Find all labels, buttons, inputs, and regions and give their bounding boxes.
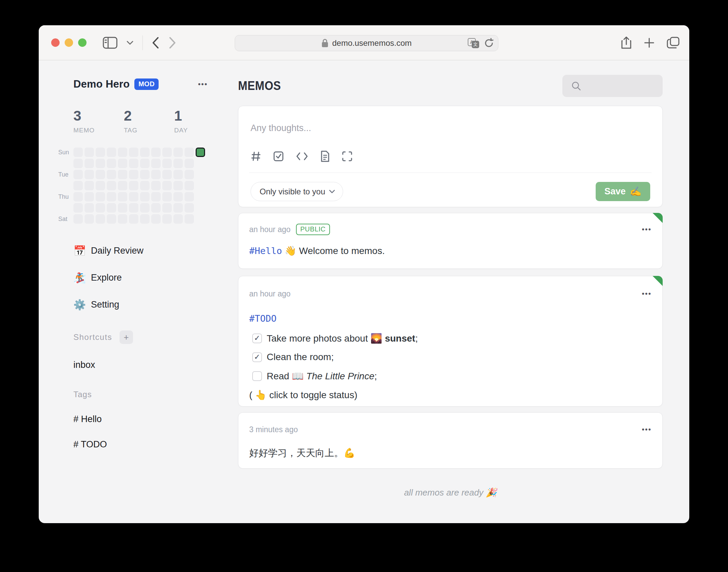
sidebar-toggle-icon[interactable] [103, 37, 118, 49]
heatmap-cell[interactable] [85, 192, 94, 201]
tag-item-hello[interactable]: # Hello [73, 414, 225, 424]
heatmap-cell[interactable] [85, 214, 94, 224]
heatmap-cell[interactable] [85, 181, 94, 190]
memo-menu-icon[interactable] [642, 289, 652, 298]
heatmap-cell[interactable] [185, 148, 194, 157]
checklist-icon[interactable] [273, 151, 284, 162]
heatmap-cell[interactable] [107, 214, 116, 224]
memo-menu-icon[interactable] [642, 225, 652, 234]
heatmap-cell[interactable] [173, 181, 183, 190]
task-checkbox[interactable] [252, 333, 262, 343]
heatmap-cell[interactable] [73, 192, 83, 201]
save-button[interactable]: Save ✍️ [596, 182, 650, 201]
new-tab-icon[interactable] [643, 37, 655, 49]
heatmap-cell[interactable] [185, 159, 194, 168]
address-bar[interactable]: demo.usememos.com A文 [235, 35, 498, 51]
heatmap-cell[interactable] [96, 148, 105, 157]
user-menu-icon[interactable] [198, 80, 208, 89]
heatmap-cell[interactable] [96, 159, 105, 168]
heatmap-cell[interactable] [107, 148, 116, 157]
sidebar-chevron-down-icon[interactable] [126, 40, 134, 45]
heatmap-cell[interactable] [73, 214, 83, 224]
heatmap-cell[interactable] [73, 203, 83, 213]
heatmap-cell[interactable] [140, 148, 150, 157]
heatmap-cell[interactable] [129, 181, 138, 190]
heatmap-cell[interactable] [140, 159, 150, 168]
heatmap-cell[interactable] [107, 159, 116, 168]
code-icon[interactable] [296, 151, 308, 161]
heatmap-cell[interactable] [73, 181, 83, 190]
heatmap-cell[interactable] [185, 170, 194, 179]
heatmap-cell[interactable] [129, 192, 138, 201]
heatmap-cell[interactable] [185, 203, 194, 213]
heatmap-cell[interactable] [151, 214, 161, 224]
heatmap-cell[interactable] [118, 159, 127, 168]
tag-item-todo[interactable]: # TODO [73, 439, 225, 450]
heatmap-cell[interactable] [173, 170, 183, 179]
reload-icon[interactable] [484, 38, 494, 48]
heatmap-cell[interactable] [118, 181, 127, 190]
heatmap-cell[interactable] [173, 214, 183, 224]
heatmap-cell[interactable] [140, 170, 150, 179]
tab-overview-icon[interactable] [666, 36, 680, 49]
search-input[interactable] [562, 75, 663, 97]
heatmap-cell[interactable] [118, 148, 127, 157]
heatmap-cell[interactable] [140, 181, 150, 190]
heatmap-cell[interactable] [85, 159, 94, 168]
task-checkbox[interactable] [252, 371, 262, 381]
zoom-window-button[interactable] [78, 38, 87, 47]
heatmap-cell[interactable] [85, 148, 94, 157]
back-button[interactable] [152, 36, 160, 49]
heatmap-cell[interactable] [107, 192, 116, 201]
shortcut-item-inbox[interactable]: inbox [73, 360, 225, 370]
heatmap-cell[interactable] [73, 159, 83, 168]
minimize-window-button[interactable] [65, 38, 73, 47]
heatmap-cell[interactable] [196, 148, 205, 157]
heatmap-cell[interactable] [140, 192, 150, 201]
heatmap-cell[interactable] [85, 170, 94, 179]
heatmap-cell[interactable] [85, 203, 94, 213]
heatmap-cell[interactable] [151, 181, 161, 190]
close-window-button[interactable] [51, 38, 60, 47]
heatmap-cell[interactable] [129, 159, 138, 168]
heatmap-cell[interactable] [173, 148, 183, 157]
hashtag-icon[interactable] [251, 151, 261, 162]
heatmap-cell[interactable] [162, 148, 172, 157]
heatmap-cell[interactable] [129, 170, 138, 179]
task-checkbox[interactable] [252, 352, 262, 362]
heatmap-cell[interactable] [118, 203, 127, 213]
fullscreen-icon[interactable] [341, 151, 353, 162]
heatmap-cell[interactable] [118, 170, 127, 179]
add-shortcut-button[interactable]: + [120, 330, 133, 344]
memo-menu-icon[interactable] [642, 425, 652, 434]
memo-tag-link[interactable]: #Hello [249, 246, 282, 256]
heatmap-cell[interactable] [129, 203, 138, 213]
heatmap-cell[interactable] [151, 159, 161, 168]
heatmap-cell[interactable] [173, 192, 183, 201]
document-icon[interactable] [320, 150, 330, 162]
heatmap-cell[interactable] [140, 203, 150, 213]
heatmap-cell[interactable] [151, 203, 161, 213]
heatmap-cell[interactable] [129, 148, 138, 157]
heatmap-cell[interactable] [118, 192, 127, 201]
heatmap-cell[interactable] [73, 170, 83, 179]
translate-icon[interactable]: A文 [468, 38, 479, 48]
heatmap-cell[interactable] [96, 203, 105, 213]
heatmap-cell[interactable] [73, 148, 83, 157]
heatmap-cell[interactable] [185, 214, 194, 224]
heatmap-cell[interactable] [162, 159, 172, 168]
heatmap-cell[interactable] [185, 192, 194, 201]
heatmap-cell[interactable] [151, 148, 161, 157]
heatmap-cell[interactable] [96, 170, 105, 179]
heatmap-cell[interactable] [162, 203, 172, 213]
heatmap-cell[interactable] [162, 170, 172, 179]
heatmap-cell[interactable] [162, 214, 172, 224]
heatmap-cell[interactable] [162, 181, 172, 190]
heatmap-cell[interactable] [151, 192, 161, 201]
heatmap-cell[interactable] [96, 181, 105, 190]
heatmap-cell[interactable] [96, 214, 105, 224]
heatmap-cell[interactable] [162, 192, 172, 201]
heatmap-cell[interactable] [185, 181, 194, 190]
heatmap-cell[interactable] [129, 214, 138, 224]
sidebar-item-setting[interactable]: ⚙️ Setting [73, 295, 225, 314]
